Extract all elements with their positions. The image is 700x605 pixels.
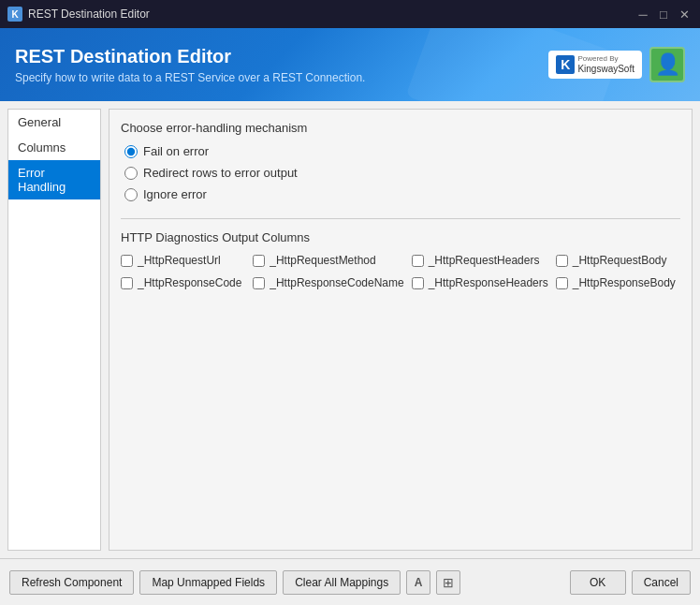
radio-ignore-error-label: Ignore error	[143, 187, 207, 201]
checkbox-http-request-url-input[interactable]	[121, 255, 133, 267]
checkbox-grid: _HttpRequestUrl _HttpRequestMethod _Http…	[121, 254, 680, 289]
avatar-icon: 👤	[655, 52, 680, 77]
footer: Refresh Component Map Unmapped Fields Cl…	[0, 558, 700, 605]
icon-button-grid[interactable]: ⊞	[436, 570, 460, 595]
variable-icon: A	[415, 576, 423, 589]
map-unmapped-fields-button[interactable]: Map Unmapped Fields	[139, 570, 277, 595]
grid-icon: ⊞	[443, 575, 454, 590]
ok-button[interactable]: OK	[570, 570, 626, 595]
checkbox-http-response-code-name-input[interactable]	[253, 277, 265, 289]
checkbox-http-response-code-input[interactable]	[121, 277, 133, 289]
checkbox-http-response-body[interactable]: _HttpResponseBody	[556, 276, 680, 289]
minimize-button[interactable]: ─	[634, 6, 651, 22]
page-subtitle: Specify how to write data to a REST Serv…	[15, 71, 365, 84]
radio-fail-on-error[interactable]: Fail on error	[124, 144, 680, 158]
window-title: REST Destination Editor	[28, 7, 150, 21]
radio-fail-on-error-input[interactable]	[124, 145, 138, 158]
checkbox-http-request-method-label: _HttpRequestMethod	[270, 254, 375, 267]
sidebar-item-general[interactable]: General	[8, 110, 100, 135]
checkbox-http-response-body-input[interactable]	[556, 277, 568, 289]
radio-ignore-error[interactable]: Ignore error	[124, 187, 680, 201]
radio-fail-on-error-label: Fail on error	[143, 144, 209, 158]
radio-redirect-rows-label: Redirect rows to error output	[143, 166, 298, 180]
checkbox-http-request-body-input[interactable]	[556, 255, 568, 267]
app-icon: K	[7, 7, 22, 22]
sidebar-item-error-handling[interactable]: Error Handling	[8, 160, 100, 199]
sidebar-item-columns[interactable]: Columns	[8, 135, 100, 160]
checkbox-http-request-url-label: _HttpRequestUrl	[138, 254, 221, 267]
main-content: General Columns Error Handling Choose er…	[0, 101, 700, 558]
checkbox-http-response-code[interactable]: _HttpResponseCode	[121, 276, 245, 289]
page-title: REST Destination Editor	[15, 46, 365, 67]
checkbox-http-response-headers[interactable]: _HttpResponseHeaders	[412, 276, 548, 289]
cancel-button[interactable]: Cancel	[632, 570, 691, 595]
checkbox-http-request-method[interactable]: _HttpRequestMethod	[253, 254, 403, 267]
checkbox-http-request-headers-input[interactable]	[412, 255, 424, 267]
k-letter: K	[556, 55, 575, 74]
kingsway-logo: K Powered By KingswaySoft	[548, 51, 642, 79]
header-right: K Powered By KingswaySoft 👤	[548, 47, 685, 82]
checkbox-http-request-headers-label: _HttpRequestHeaders	[429, 254, 540, 267]
checkbox-http-response-headers-input[interactable]	[412, 277, 424, 289]
sidebar: General Columns Error Handling	[7, 109, 101, 551]
checkbox-http-request-method-input[interactable]	[253, 255, 265, 267]
window-controls: ─ □ ✕	[634, 6, 693, 22]
maximize-button[interactable]: □	[655, 6, 672, 22]
diagnostics-section-label: HTTP Diagnostics Output Columns	[121, 230, 680, 244]
right-panel: Choose error-handling mechanism Fail on …	[109, 109, 693, 551]
radio-group: Fail on error Redirect rows to error out…	[121, 144, 680, 201]
checkbox-http-request-url[interactable]: _HttpRequestUrl	[121, 254, 245, 267]
checkbox-http-response-code-name[interactable]: _HttpResponseCodeName	[253, 276, 403, 289]
header-banner: REST Destination Editor Specify how to w…	[0, 28, 700, 101]
kingsway-text: Powered By KingswaySoft	[577, 54, 634, 75]
radio-ignore-error-input[interactable]	[124, 188, 138, 201]
error-handling-section-label: Choose error-handling mechanism	[121, 121, 680, 135]
checkbox-http-request-body[interactable]: _HttpRequestBody	[556, 254, 680, 267]
checkbox-http-response-code-name-label: _HttpResponseCodeName	[270, 276, 403, 289]
title-bar: K REST Destination Editor ─ □ ✕	[0, 0, 700, 28]
refresh-component-button[interactable]: Refresh Component	[9, 570, 134, 595]
radio-redirect-rows-input[interactable]	[124, 167, 138, 180]
section-divider	[121, 218, 680, 219]
company-name: KingswaySoft	[577, 64, 634, 75]
header-text: REST Destination Editor Specify how to w…	[15, 46, 365, 84]
icon-button-a[interactable]: A	[406, 570, 430, 595]
close-button[interactable]: ✕	[676, 6, 693, 22]
user-avatar: 👤	[649, 47, 685, 82]
checkbox-http-response-code-label: _HttpResponseCode	[138, 276, 241, 289]
checkbox-http-response-body-label: _HttpResponseBody	[573, 276, 676, 289]
radio-redirect-rows[interactable]: Redirect rows to error output	[124, 166, 680, 180]
checkbox-http-request-headers[interactable]: _HttpRequestHeaders	[412, 254, 548, 267]
checkbox-http-request-body-label: _HttpRequestBody	[573, 254, 667, 267]
clear-all-mappings-button[interactable]: Clear All Mappings	[283, 570, 401, 595]
powered-by-text: Powered By	[577, 54, 634, 64]
title-bar-left: K REST Destination Editor	[7, 7, 150, 22]
checkbox-http-response-headers-label: _HttpResponseHeaders	[429, 276, 548, 289]
